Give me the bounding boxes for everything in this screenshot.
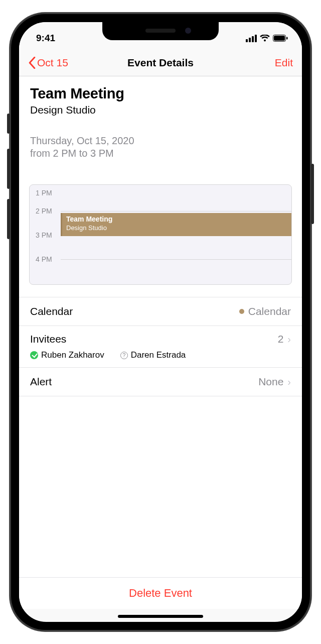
back-label: Oct 15: [37, 57, 68, 69]
invitee-name: Ruben Zakharov: [41, 350, 104, 360]
hour-label: 1 PM: [36, 189, 52, 197]
content: Team Meeting Design Studio Thursday, Oct…: [19, 76, 302, 584]
notch: [102, 22, 219, 40]
timeline[interactable]: 1 PM 2 PM 3 PM 4 PM Team Meeting Design …: [29, 184, 292, 285]
chevron-left-icon: [28, 57, 36, 69]
svg-rect-1: [274, 36, 285, 41]
event-header: Team Meeting Design Studio Thursday, Oct…: [19, 85, 302, 169]
event-date: Thursday, Oct 15, 2020: [30, 135, 291, 147]
battery-icon: [273, 35, 288, 42]
wifi-icon: [260, 35, 270, 42]
status-time: 9:41: [36, 33, 55, 44]
pending-icon: ?: [120, 352, 128, 359]
edit-button[interactable]: Edit: [275, 57, 293, 69]
volume-up-button: [7, 149, 10, 189]
chevron-right-icon: ›: [287, 334, 291, 345]
calendar-row[interactable]: Calendar Calendar: [19, 297, 302, 326]
invitee-item: Ruben Zakharov: [30, 350, 104, 360]
accepted-icon: [30, 351, 38, 359]
calendar-label: Calendar: [30, 305, 73, 317]
delete-event-button[interactable]: Delete Event: [129, 587, 192, 599]
invitee-name: Daren Estrada: [131, 350, 186, 360]
mute-switch: [7, 114, 10, 134]
back-button[interactable]: Oct 15: [28, 57, 68, 69]
event-block-title: Team Meeting: [66, 215, 287, 224]
nav-bar: Oct 15 Event Details Edit: [19, 49, 302, 76]
event-block[interactable]: Team Meeting Design Studio: [61, 213, 291, 236]
calendar-value: Calendar: [248, 305, 291, 317]
alert-value: None: [258, 376, 283, 388]
phone-frame: 9:41 Oct 15 Event Details Edit: [10, 13, 311, 631]
event-title: Team Meeting: [30, 85, 291, 102]
invitee-item: ? Daren Estrada: [120, 350, 186, 360]
chevron-right-icon: ›: [287, 376, 291, 388]
invitees-row[interactable]: Invitees 2 › Ruben Zakharov ?: [19, 326, 302, 368]
power-button: [311, 164, 314, 224]
hour-label: 4 PM: [36, 255, 52, 263]
event-location: Design Studio: [30, 104, 291, 116]
calendar-color-dot: [239, 309, 244, 314]
volume-down-button: [7, 199, 10, 239]
hour-label: 2 PM: [36, 207, 52, 215]
svg-rect-2: [286, 37, 288, 40]
invitees-count: 2: [278, 333, 284, 345]
hour-label: 3 PM: [36, 231, 52, 239]
alert-row[interactable]: Alert None ›: [19, 368, 302, 396]
invitees-label: Invitees: [30, 333, 66, 345]
screen: 9:41 Oct 15 Event Details Edit: [19, 22, 302, 622]
invitees-list: Ruben Zakharov ? Daren Estrada: [30, 350, 291, 360]
home-indicator[interactable]: [118, 615, 203, 618]
event-block-sub: Design Studio: [66, 224, 287, 232]
delete-bar: Delete Event: [19, 577, 302, 609]
alert-label: Alert: [30, 376, 52, 388]
cellular-icon: [246, 35, 257, 42]
event-time: from 2 PM to 3 PM: [30, 148, 291, 159]
